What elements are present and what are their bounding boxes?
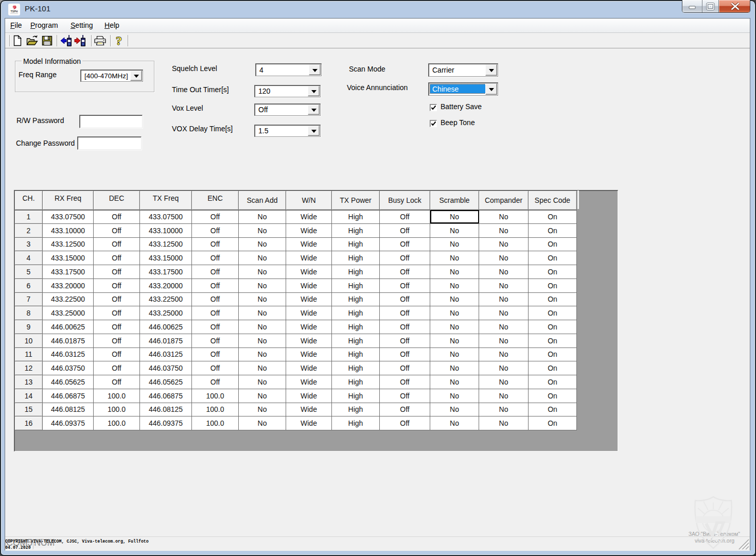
svg-text:?: ? (116, 34, 122, 47)
svg-text:TSPH: TSPH (11, 10, 18, 13)
